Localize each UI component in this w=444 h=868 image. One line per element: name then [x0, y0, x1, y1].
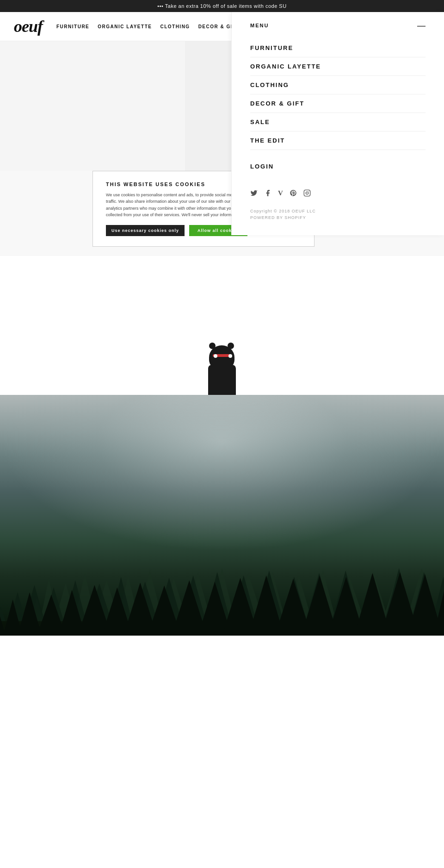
menu-item-clothing[interactable]: CLOTHING — [250, 76, 426, 94]
pinterest-icon[interactable] — [290, 189, 297, 199]
bottom-space — [0, 636, 444, 774]
facebook-icon[interactable] — [264, 189, 271, 199]
forest-section — [0, 395, 444, 636]
menu-item-furniture[interactable]: FURNITURE — [250, 39, 426, 57]
menu-overlay-header: MENU — — [250, 21, 426, 30]
header: oeuf FURNITURE ORGANIC LAYETTE CLOTHING … — [0, 12, 444, 41]
svg-rect-2 — [304, 190, 310, 196]
announcement-text: ••• Take an extra 10% off of sale items … — [157, 3, 286, 9]
copyright-text: Copyright © 2018 OEUF LLC — [250, 208, 426, 214]
menu-items-list: FURNITURE ORGANIC LAYETTE CLOTHING DECOR… — [250, 39, 426, 175]
powered-by: POWERED BY SHOPIFY — [250, 214, 426, 221]
instagram-icon[interactable] — [303, 189, 311, 199]
menu-item-sale[interactable]: SALE — [250, 113, 426, 131]
close-icon[interactable]: — — [417, 21, 426, 30]
svg-point-3 — [306, 192, 308, 194]
nav-furniture[interactable]: FURNITURE — [56, 24, 89, 29]
menu-item-login[interactable]: LOGIN — [250, 157, 426, 175]
twitter-icon[interactable] — [250, 189, 258, 199]
bear-body — [208, 365, 236, 395]
necessary-cookies-button[interactable]: Use necessary cookies only — [106, 225, 185, 236]
menu-item-the-edit[interactable]: THE EDIT — [250, 131, 426, 150]
menu-copyright: Copyright © 2018 OEUF LLC POWERED BY SHO… — [250, 208, 426, 221]
forest-trees-svg — [0, 491, 444, 636]
bear-eye-right — [228, 354, 232, 358]
bear-figure — [204, 349, 240, 395]
menu-label: MENU — [250, 23, 269, 28]
logo[interactable]: oeuf — [14, 17, 43, 36]
menu-item-decor-gift[interactable]: DECOR & GIFT — [250, 94, 426, 113]
nav-organic-layette[interactable]: ORGANIC LAYETTE — [98, 24, 152, 29]
menu-overlay: MENU — FURNITURE ORGANIC LAYETTE CLOTHIN… — [231, 12, 444, 235]
bear-eye-left — [214, 354, 217, 358]
menu-item-organic-layette[interactable]: ORGANIC LAYETTE — [250, 57, 426, 76]
announcement-bar: ••• Take an extra 10% off of sale items … — [0, 0, 444, 12]
bear-section — [0, 256, 444, 395]
menu-social: V — [250, 189, 426, 199]
hero-left-panel — [0, 41, 185, 171]
vimeo-icon[interactable]: V — [278, 189, 283, 199]
svg-point-4 — [308, 191, 309, 192]
nav-clothing[interactable]: CLOTHING — [160, 24, 190, 29]
